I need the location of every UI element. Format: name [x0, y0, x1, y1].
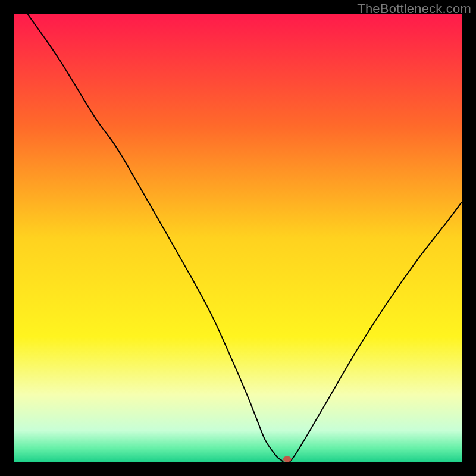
- chart-svg: [14, 14, 462, 462]
- chart-frame: TheBottleneck.com: [0, 0, 476, 476]
- watermark-label: TheBottleneck.com: [357, 1, 471, 17]
- chart-background: [14, 14, 462, 462]
- plot-area: [14, 14, 462, 462]
